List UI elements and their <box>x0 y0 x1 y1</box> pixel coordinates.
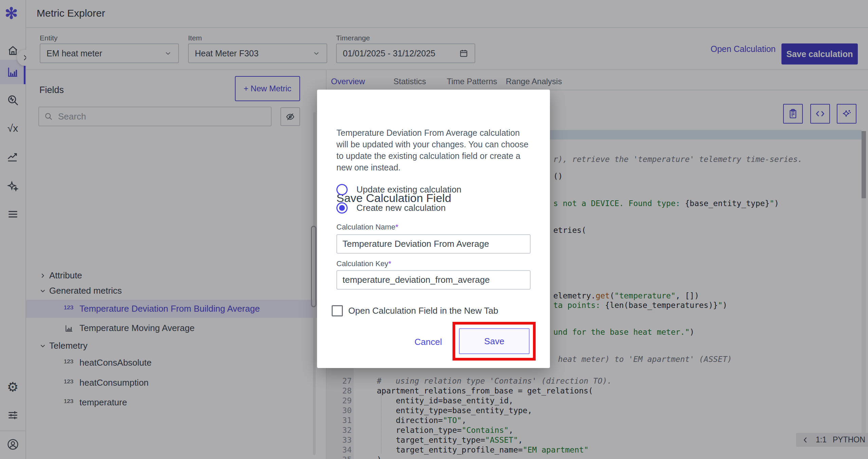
radio-label: Create new calculation <box>356 203 446 213</box>
calculation-key-label: Calculation Key* <box>336 259 391 268</box>
calculation-name-label: Calculation Name* <box>336 223 398 232</box>
checkbox-icon[interactable] <box>332 305 343 316</box>
app-root: ✻ √x ⚙ <box>0 0 868 459</box>
radio-label: Update existing calculation <box>356 184 461 195</box>
calculation-name-input[interactable]: Temperature Deviation From Average <box>336 234 531 254</box>
dialog-description: Temperature Deviation From Average calcu… <box>336 127 531 173</box>
radio-create-new[interactable]: Create new calculation <box>336 201 446 215</box>
radio-update-existing[interactable]: Update existing calculation <box>336 183 461 196</box>
radio-icon-selected[interactable] <box>336 202 348 214</box>
required-marker: * <box>395 223 399 231</box>
annotation-highlight-box <box>453 322 536 361</box>
open-in-new-tab-checkbox-row[interactable]: Open Calculation Field in the New Tab <box>332 305 498 316</box>
checkbox-label: Open Calculation Field in the New Tab <box>348 306 498 316</box>
calculation-key-input[interactable]: temperature_deviation_from_average <box>336 270 531 290</box>
calculation-name-value: Temperature Deviation From Average <box>343 239 489 249</box>
required-marker: * <box>388 259 391 268</box>
calculation-key-value: temperature_deviation_from_average <box>343 275 490 285</box>
radio-icon[interactable] <box>336 184 348 195</box>
cancel-button[interactable]: Cancel <box>414 337 442 347</box>
